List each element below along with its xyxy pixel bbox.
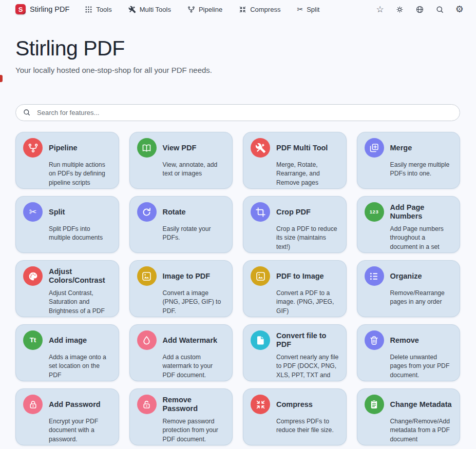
trash-icon — [365, 330, 384, 350]
card-title: Rotate — [163, 208, 186, 217]
card-add-page-numbers[interactable]: 123Add Page NumbersAdd Page numbers thro… — [357, 196, 461, 253]
card-header: Change Metadata — [365, 395, 453, 414]
card-description: Adjust Contrast, Saturation and Brightne… — [49, 289, 111, 316]
magnifier-icon — [435, 5, 444, 14]
card-header: PDF Multi Tool — [251, 138, 339, 158]
card-description: Merge, Rotate, Rearrange, and Remove pag… — [276, 161, 339, 187]
card-header: Compress — [251, 395, 339, 414]
sun-icon — [395, 5, 404, 14]
lock-icon — [23, 395, 43, 414]
book-icon — [137, 138, 157, 158]
navbar-actions: ☆⚙ — [376, 5, 464, 14]
crop-icon — [251, 202, 270, 222]
gear-icon: ⚙ — [455, 5, 464, 14]
drop-icon — [137, 330, 157, 350]
card-header: Add Password — [23, 395, 111, 414]
card-description: Run multiple actions on PDFs by defining… — [49, 161, 111, 187]
image-icon — [251, 266, 270, 286]
card-pdf-multi-tool[interactable]: PDF Multi ToolMerge, Rotate, Rearrange, … — [243, 132, 347, 189]
image-icon — [137, 266, 157, 286]
pipeline-icon — [23, 138, 43, 158]
card-description: Delete unwanted pages from your PDF docu… — [390, 353, 453, 380]
card-description: Encrypt your PDF document with a passwor… — [49, 417, 111, 444]
card-title: Image to PDF — [163, 272, 211, 281]
nav-item-tools[interactable]: Tools — [85, 6, 111, 13]
card-pipeline[interactable]: PipelineRun multiple actions on PDFs by … — [15, 132, 119, 189]
card-header: PDF to Image — [251, 266, 339, 286]
brand[interactable]: S Stirling PDF — [15, 4, 69, 14]
nav-item-label: Multi Tools — [140, 6, 171, 13]
card-rotate[interactable]: RotateEasily rotate your PDFs. — [129, 196, 233, 253]
settings-button[interactable]: ⚙ — [455, 5, 464, 14]
card-description: Convert a image (PNG, JPEG, GIF) to PDF. — [163, 289, 225, 316]
search-input[interactable] — [15, 104, 460, 121]
card-image-to-pdf[interactable]: Image to PDFConvert a image (PNG, JPEG, … — [129, 260, 233, 317]
card-header: Convert file to PDF — [251, 330, 339, 350]
scissors-icon: ✂ — [23, 202, 43, 222]
card-title: Add Watermark — [163, 336, 218, 345]
nav-item-multi-tools[interactable]: Multi Tools — [128, 6, 171, 13]
card-title: Organize — [390, 272, 422, 281]
card-split[interactable]: ✂SplitSplit PDFs into multiple documents — [15, 196, 119, 253]
star-icon: ☆ — [376, 5, 384, 14]
card-header: Crop PDF — [251, 202, 339, 222]
logo-letter: S — [18, 6, 23, 13]
card-change-metadata[interactable]: Change MetadataChange/Remove/Add metadat… — [357, 388, 461, 445]
card-title: Crop PDF — [276, 208, 311, 217]
hammer-wrench-icon — [251, 138, 270, 158]
nav-item-split[interactable]: ✂Split — [297, 6, 319, 13]
card-adjust-colors-contrast[interactable]: Adjust Colors/ContrastAdjust Contrast, S… — [15, 260, 119, 317]
card-description: Remove password protection from your PDF… — [163, 417, 225, 444]
card-organize[interactable]: OrganizeRemove/Rearrange pages in any or… — [357, 260, 461, 317]
card-title: Add Password — [49, 400, 101, 409]
card-remove[interactable]: RemoveDelete unwanted pages from your PD… — [357, 324, 461, 381]
card-convert-file-to-pdf[interactable]: Convert file to PDFConvert nearly any fi… — [243, 324, 347, 381]
edge-marker — [0, 75, 3, 82]
nav-item-label: Pipeline — [199, 6, 222, 13]
pipeline-icon — [187, 6, 195, 13]
nav-item-compress[interactable]: Compress — [239, 6, 280, 13]
card-header: Adjust Colors/Contrast — [23, 266, 111, 286]
card-header: Organize — [365, 266, 453, 286]
nav-item-label: Split — [307, 6, 319, 13]
card-pdf-to-image[interactable]: PDF to ImageConvert a PDF to a image. (P… — [243, 260, 347, 317]
page-title: Stirling PDF — [15, 36, 460, 61]
hammer-wrench-icon — [128, 6, 136, 13]
card-merge[interactable]: MergeEasily merge multiple PDFs into one… — [357, 132, 461, 189]
card-add-password[interactable]: Add PasswordEncrypt your PDF document wi… — [15, 388, 119, 445]
card-title: Remove Password — [163, 396, 225, 413]
text-tt-icon: Tt — [23, 330, 43, 350]
card-remove-password[interactable]: Remove PasswordRemove password protectio… — [129, 388, 233, 445]
card-description: Add Page numbers throughout a document i… — [390, 225, 453, 253]
theme-toggle-button[interactable] — [395, 5, 404, 14]
card-header: Pipeline — [23, 138, 111, 158]
compress-icon — [251, 395, 270, 414]
card-title: Pipeline — [49, 144, 78, 152]
card-title: Compress — [276, 400, 313, 409]
language-button[interactable] — [415, 5, 424, 14]
card-description: Change/Remove/Add metadata from a PDF do… — [390, 417, 453, 444]
card-add-watermark[interactable]: Add WatermarkAdd a custom watermark to y… — [129, 324, 233, 381]
card-description: Easily merge multiple PDFs into one. — [390, 161, 453, 179]
card-compress[interactable]: CompressCompress PDFs to reduce their fi… — [243, 388, 347, 445]
card-title: View PDF — [163, 144, 197, 152]
card-title: Change Metadata — [390, 400, 452, 409]
card-description: Convert nearly any file to PDF (DOCX, PN… — [276, 353, 339, 381]
card-description: Remove/Rearrange pages in any order — [390, 289, 453, 307]
scissors-icon: ✂ — [297, 6, 303, 13]
card-crop-pdf[interactable]: Crop PDFCrop a PDF to reduce its size (m… — [243, 196, 347, 253]
card-title: Add image — [49, 336, 87, 345]
card-title: Remove — [390, 336, 419, 345]
card-view-pdf[interactable]: View PDFView, annotate, add text or imag… — [129, 132, 233, 189]
nav-item-pipeline[interactable]: Pipeline — [187, 6, 222, 13]
card-header: TtAdd image — [23, 330, 111, 350]
favorites-button[interactable]: ☆ — [376, 5, 384, 14]
search-button[interactable] — [435, 5, 444, 14]
card-description: Compress PDFs to reduce their file size. — [276, 417, 339, 435]
apps-icon — [85, 6, 92, 13]
card-add-image[interactable]: TtAdd imageAdds a image onto a set locat… — [15, 324, 119, 381]
stirling-logo-icon: S — [15, 4, 26, 14]
card-description: Easily rotate your PDFs. — [163, 225, 225, 243]
merge-icon — [365, 138, 384, 158]
card-title: PDF to Image — [276, 272, 324, 281]
